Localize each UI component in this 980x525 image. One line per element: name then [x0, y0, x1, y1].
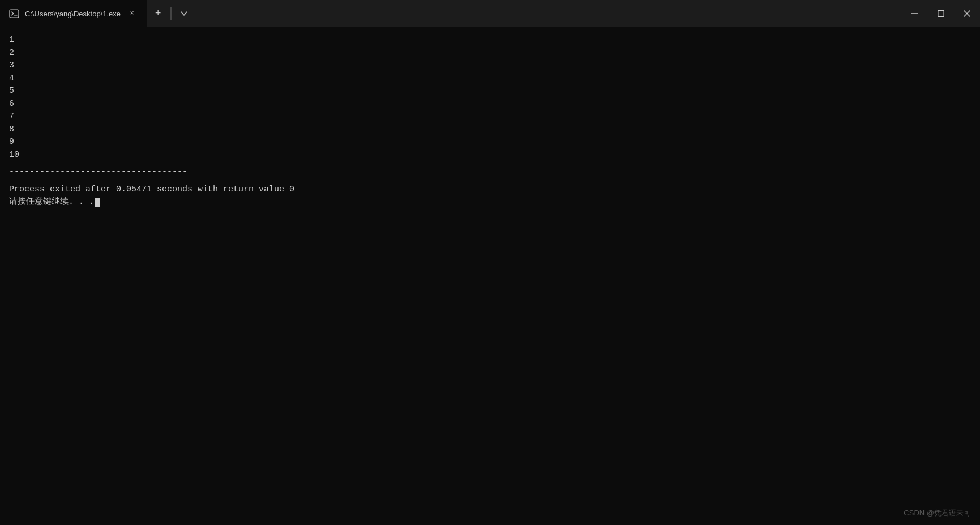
continue-line: 请按任意键继续. . .	[9, 196, 971, 209]
line-2: 2	[9, 47, 971, 60]
close-button[interactable]	[954, 0, 980, 27]
tabs-dropdown-button[interactable]	[173, 0, 195, 27]
separator-line: -----------------------------------	[9, 166, 971, 179]
active-tab[interactable]: C:\Users\yang\Desktop\1.exe ×	[0, 0, 147, 27]
line-9: 9	[9, 136, 971, 149]
window-controls	[902, 0, 980, 27]
svg-rect-3	[938, 11, 944, 17]
line-3: 3	[9, 59, 971, 72]
terminal-content[interactable]: 1 2 3 4 5 6 7 8 9 10 -------------------…	[0, 27, 980, 525]
cursor	[95, 198, 100, 207]
line-1: 1	[9, 34, 971, 47]
svg-rect-0	[10, 10, 19, 18]
continue-text: 请按任意键继续. . .	[9, 196, 94, 209]
line-8: 8	[9, 123, 971, 136]
tab-close-button[interactable]: ×	[126, 8, 138, 19]
divider	[170, 7, 172, 20]
process-exit-line: Process exited after 0.05471 seconds wit…	[9, 183, 971, 197]
tab-title: C:\Users\yang\Desktop\1.exe	[25, 10, 121, 18]
minimize-button[interactable]	[902, 0, 928, 27]
terminal-icon	[9, 8, 19, 19]
line-numbers-block: 1 2 3 4 5 6 7 8 9 10	[9, 34, 971, 161]
maximize-button[interactable]	[928, 0, 954, 27]
line-7: 7	[9, 110, 971, 123]
line-4: 4	[9, 72, 971, 86]
titlebar: C:\Users\yang\Desktop\1.exe × +	[0, 0, 980, 27]
line-10: 10	[9, 149, 971, 162]
line-5: 5	[9, 85, 971, 98]
line-6: 6	[9, 98, 971, 111]
watermark: CSDN @凭君语未可	[904, 508, 971, 518]
new-tab-button[interactable]: +	[147, 0, 169, 27]
